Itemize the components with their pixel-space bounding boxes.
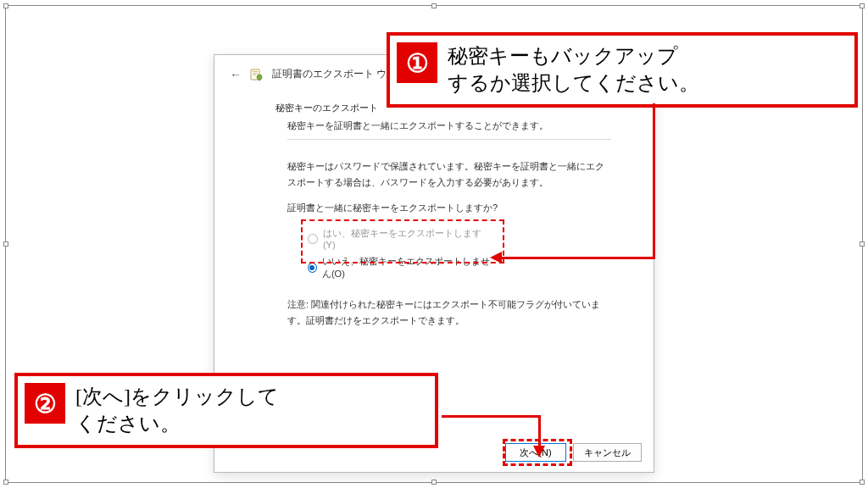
question-text: 証明書と一緒に秘密キーをエクスポートしますか? [287, 202, 611, 214]
resize-handle [860, 3, 865, 8]
callout-text: [次へ]をクリックして ください。 [75, 383, 279, 438]
radio-export-yes: はい、秘密キーをエクスポートします(Y) [308, 225, 492, 252]
radio-label: いいえ、秘密キーをエクスポートしません(O) [322, 255, 492, 280]
svg-rect-3 [253, 75, 256, 75]
callout-number-badge: ② [25, 383, 65, 424]
annotation-callout-2: ② [次へ]をクリックして ください。 [14, 373, 438, 448]
section-subtitle: 秘密キーを証明書と一緒にエクスポートすることができます。 [287, 119, 611, 140]
callout-text: 秘密キーもバックアップ するか選択してください。 [448, 42, 699, 97]
radio-label: はい、秘密キーをエクスポートします(Y) [323, 227, 492, 250]
resize-handle [3, 480, 8, 485]
annotation-arrow [500, 257, 655, 259]
wizard-footer: 次へ(N) キャンセル [505, 443, 642, 462]
svg-point-4 [257, 75, 262, 80]
annotation-arrow-head [490, 252, 502, 263]
resize-handle [431, 480, 437, 485]
radio-group: はい、秘密キーをエクスポートします(Y) いいえ、秘密キーをエクスポートしません… [304, 219, 499, 288]
svg-rect-1 [253, 71, 258, 72]
wizard-body: 秘密キーのエクスポート 秘密キーを証明書と一緒にエクスポートすることができます。… [214, 86, 654, 329]
cancel-button[interactable]: キャンセル [573, 443, 642, 462]
annotation-arrow-head [533, 446, 545, 458]
annotation-arrow [653, 103, 655, 258]
back-arrow-icon[interactable]: ← [230, 68, 242, 81]
note-text: 注意: 関連付けられた秘密キーにはエクスポート不可能フラグが付いています。証明書… [287, 297, 611, 328]
radio-export-no[interactable]: いいえ、秘密キーをエクスポートしません(O) [308, 252, 492, 283]
resize-handle [431, 3, 437, 8]
resize-handle [3, 241, 8, 247]
resize-handle [3, 3, 8, 8]
radio-icon [308, 234, 318, 244]
certificate-icon [250, 68, 264, 81]
resize-handle [860, 480, 865, 485]
resize-handle [860, 241, 865, 247]
annotation-arrow [442, 415, 540, 418]
annotation-arrow [538, 415, 541, 447]
svg-rect-2 [253, 73, 258, 74]
info-text: 秘密キーはパスワードで保護されています。秘密キーを証明書と一緒にエクスポートする… [287, 158, 611, 190]
radio-icon [308, 263, 317, 273]
callout-number-badge: ① [397, 42, 437, 83]
annotation-callout-1: ① 秘密キーもバックアップ するか選択してください。 [387, 32, 858, 108]
